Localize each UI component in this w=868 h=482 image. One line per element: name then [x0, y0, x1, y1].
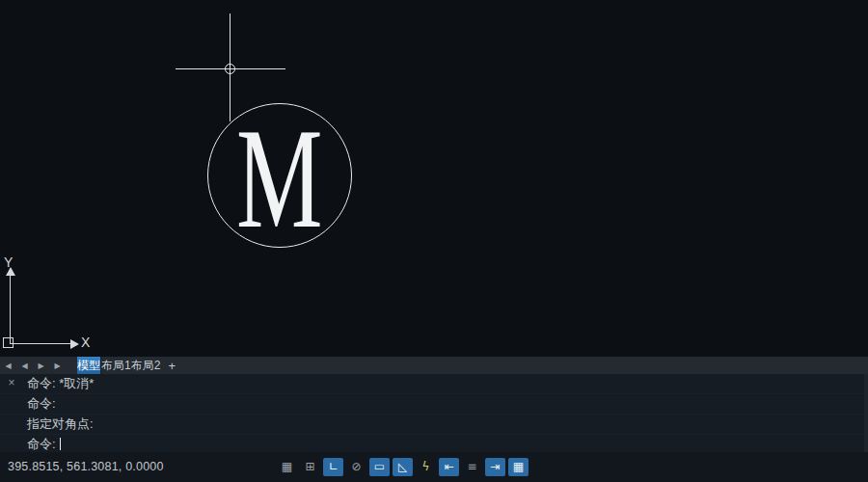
ortho-mode-icon: ∟ [328, 458, 338, 476]
tab-nav-last-icon: ▶ [54, 362, 60, 370]
tab-nav-next-button[interactable]: ▶ [33, 357, 49, 374]
command-prompt-label: 命令: [27, 437, 56, 451]
command-scrollbar[interactable] [864, 374, 868, 452]
object-snap-icon: ▭ [374, 458, 385, 476]
status-toggle-group: ▦ ⊞ ∟ ⊘ ▭ ◺ ϟ ⇤ ≡ [277, 458, 529, 476]
snap-mode-toggle[interactable]: ⊞ [300, 458, 320, 476]
tab-nav-first-button[interactable]: ◀ [0, 357, 16, 374]
object-snap-tracking-icon: ◺ [398, 458, 407, 476]
quick-properties-toggle[interactable]: ⇥ [485, 458, 505, 476]
annotation-scale-toggle[interactable]: ▦ [508, 458, 529, 476]
polar-tracking-toggle[interactable]: ⊘ [346, 458, 366, 476]
dynamic-ucs-toggle[interactable]: ⇤ [439, 458, 459, 476]
cad-window: M Y X ◀ ◀ ▶ ▶ 模型 布局1 布局2 + × 命令: *取消* 命令… [0, 0, 868, 482]
lineweight-toggle[interactable]: ≡ [462, 458, 482, 476]
grid-display-toggle[interactable]: ▦ [277, 458, 297, 476]
crosshair-pickbox-icon [225, 64, 235, 74]
lineweight-icon: ≡ [467, 458, 476, 476]
status-bar: 395.8515, 561.3081, 0.0000 ▦ ⊞ ∟ ⊘ ▭ ◺ ϟ [0, 452, 868, 482]
drawing-canvas[interactable]: M Y X [0, 0, 868, 357]
command-history-line: 命令: [0, 394, 868, 415]
object-snap-toggle[interactable]: ▭ [369, 458, 390, 476]
tab-layout1[interactable]: 布局1 [101, 357, 131, 374]
ucs-origin-box-icon [3, 337, 14, 348]
ucs-y-axis-line [10, 276, 11, 343]
object-snap-tracking-toggle[interactable]: ◺ [393, 458, 413, 476]
polar-tracking-icon: ⊘ [351, 458, 361, 476]
dynamic-input-toggle[interactable]: ϟ [416, 458, 436, 476]
dynamic-input-icon: ϟ [422, 458, 430, 476]
text-entity-m: M [236, 107, 322, 250]
command-window[interactable]: × 命令: *取消* 命令: 指定对角点: 命令: [0, 374, 868, 453]
ucs-x-label: X [81, 335, 90, 350]
annotation-scale-icon: ▦ [513, 458, 524, 476]
command-history-line: 命令: *取消* [0, 374, 868, 394]
ucs-y-label: Y [4, 254, 13, 270]
quick-properties-icon: ⇥ [490, 458, 500, 476]
tab-nav-first-icon: ◀ [5, 362, 11, 370]
tab-layout2[interactable]: 布局2 [131, 357, 161, 374]
command-history-line: 指定对角点: [0, 415, 868, 435]
add-layout-button[interactable]: + [160, 357, 183, 374]
tab-nav-prev-icon: ◀ [21, 362, 27, 370]
layout-tabbar: ◀ ◀ ▶ ▶ 模型 布局1 布局2 + [0, 357, 868, 375]
tab-nav-prev-button[interactable]: ◀ [16, 357, 33, 374]
ortho-mode-toggle[interactable]: ∟ [323, 458, 343, 476]
text-caret [60, 438, 61, 450]
coordinate-readout: 395.8515, 561.3081, 0.0000 [8, 452, 164, 482]
snap-mode-icon: ⊞ [305, 458, 314, 476]
circle-entity[interactable]: M [207, 103, 352, 248]
tab-nav-next-icon: ▶ [38, 362, 43, 370]
ucs-x-axis-line [10, 343, 73, 344]
tab-model[interactable]: 模型 [77, 357, 101, 374]
ucs-x-arrowhead-icon [70, 339, 79, 349]
grid-display-icon: ▦ [282, 458, 292, 476]
dynamic-ucs-icon: ⇤ [444, 458, 453, 476]
tab-nav-last-button[interactable]: ▶ [49, 357, 66, 374]
